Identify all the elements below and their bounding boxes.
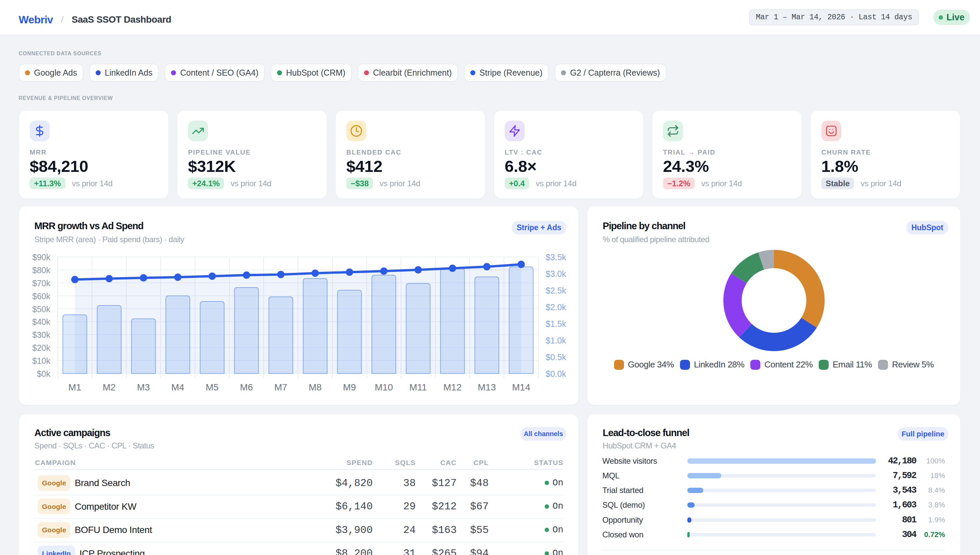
svg-text:$2.0k: $2.0k [546, 303, 566, 312]
svg-text:$2.5k: $2.5k [546, 286, 566, 295]
svg-text:M2: M2 [103, 382, 116, 393]
svg-text:$1.0k: $1.0k [546, 336, 566, 345]
svg-text:$1.5k: $1.5k [546, 319, 566, 329]
svg-text:$70k: $70k [32, 279, 51, 288]
svg-text:$40k: $40k [32, 317, 51, 326]
svg-text:$3.5k: $3.5k [546, 252, 566, 262]
svg-text:M8: M8 [308, 382, 322, 393]
svg-text:$0k: $0k [37, 369, 51, 379]
svg-text:$0.5k: $0.5k [546, 353, 566, 362]
svg-text:M6: M6 [240, 382, 253, 393]
svg-text:$80k: $80k [32, 266, 51, 275]
svg-text:M13: M13 [478, 382, 496, 393]
svg-text:M5: M5 [206, 382, 218, 393]
svg-text:M4: M4 [171, 382, 184, 393]
svg-text:M7: M7 [274, 382, 288, 393]
svg-text:$30k: $30k [32, 330, 51, 340]
svg-text:$10k: $10k [32, 356, 51, 366]
svg-text:M1: M1 [68, 382, 81, 393]
svg-text:M9: M9 [343, 382, 356, 393]
svg-text:$20k: $20k [32, 343, 51, 353]
svg-text:M10: M10 [375, 382, 393, 393]
svg-text:$0.0k: $0.0k [546, 369, 566, 379]
svg-text:$3.0k: $3.0k [546, 269, 566, 279]
svg-text:$50k: $50k [32, 305, 51, 314]
svg-text:$90k: $90k [32, 252, 51, 262]
svg-text:M3: M3 [137, 382, 150, 393]
svg-text:M14: M14 [512, 382, 530, 393]
svg-text:$60k: $60k [32, 292, 51, 301]
svg-text:M11: M11 [409, 382, 427, 393]
svg-text:M12: M12 [443, 382, 461, 393]
